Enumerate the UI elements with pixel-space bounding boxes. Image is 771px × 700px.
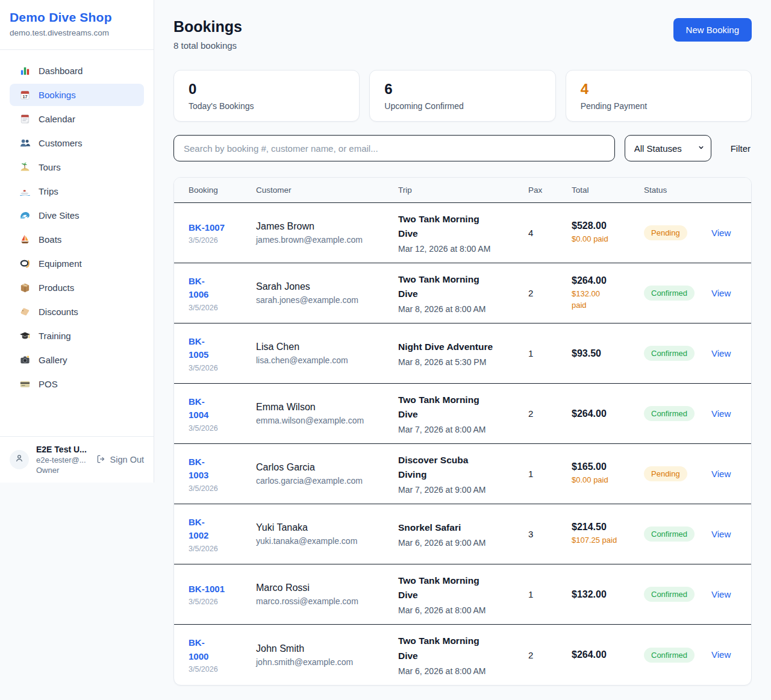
customer-name: Carlos Garcia — [256, 462, 389, 473]
total-cell: $528.00$0.00 paid — [572, 220, 644, 245]
view-cell: View — [711, 469, 737, 480]
trip-name: Night Dive Adventure — [398, 340, 519, 354]
trip-name-line: Two Tank Morning — [398, 573, 519, 588]
booking-id-link[interactable]: BK-1004 — [189, 395, 246, 422]
view-link[interactable]: View — [711, 469, 731, 479]
sidebar-item-label: Trips — [39, 186, 58, 196]
amount-paid: $0.00 paid — [572, 475, 634, 486]
stat-value: 6 — [384, 81, 540, 98]
sidebar: Demo Dive Shop demo.test.divestreams.com… — [0, 0, 154, 483]
status-cell: Confirmed — [644, 406, 711, 421]
view-link[interactable]: View — [711, 589, 731, 599]
sidebar-item-trips[interactable]: Trips — [10, 180, 144, 202]
user-info: E2E Test U... e2e-tester@... Owner — [36, 445, 89, 475]
sidebar-item-dashboard[interactable]: Dashboard — [10, 60, 144, 82]
sidebar-item-discounts[interactable]: Discounts — [10, 301, 144, 323]
view-link[interactable]: View — [711, 288, 731, 298]
booking-id-link[interactable]: BK-1007 — [189, 221, 246, 235]
sidebar-item-tours[interactable]: Tours — [10, 156, 144, 178]
new-booking-button[interactable]: New Booking — [673, 18, 752, 42]
sidebar-item-products[interactable]: Products — [10, 277, 144, 299]
customer-cell: Yuki Tanakayuki.tanaka@example.com — [256, 522, 398, 546]
status-badge: Pending — [644, 225, 687, 240]
booking-id-link[interactable]: BK-1005 — [189, 335, 246, 362]
shop-name: Demo Dive Shop — [10, 10, 144, 25]
booking-id-link[interactable]: BK-1006 — [189, 275, 246, 302]
view-link[interactable]: View — [711, 649, 731, 660]
trip-name-line: Dive — [398, 649, 519, 663]
sign-out-button[interactable]: Sign Out — [96, 454, 144, 466]
amount-paid-line: $107.25 paid — [572, 535, 634, 546]
status-badge: Confirmed — [644, 648, 695, 663]
trip-cell: Night Dive AdventureMar 8, 2026 at 5:30 … — [398, 340, 528, 367]
total-amount: $165.00 — [572, 461, 634, 472]
total-cell: $165.00$0.00 paid — [572, 461, 644, 486]
view-link[interactable]: View — [711, 529, 731, 539]
booking-id-link[interactable]: BK-1001 — [189, 583, 246, 596]
booking-id-line: BK- — [189, 455, 246, 469]
sidebar-item-calendar[interactable]: Calendar — [10, 108, 144, 130]
trip-datetime: Mar 6, 2026 at 8:00 AM — [398, 605, 519, 615]
sidebar-item-training[interactable]: Training — [10, 325, 144, 347]
sidebar-item-gallery[interactable]: Gallery — [10, 349, 144, 371]
svg-text:17: 17 — [23, 95, 28, 99]
booking-id-line: BK- — [189, 636, 246, 650]
tear-off-calendar-icon — [19, 113, 31, 125]
booking-id-link[interactable]: BK-1000 — [189, 636, 246, 663]
user-name: E2E Test U... — [36, 445, 89, 454]
booking-date: 3/5/2026 — [189, 545, 246, 553]
total-amount: $93.50 — [572, 348, 634, 359]
search-input[interactable] — [173, 135, 615, 161]
total-cell: $93.50 — [572, 348, 644, 359]
total-cell: $132.00 — [572, 589, 644, 600]
view-cell: View — [711, 529, 737, 540]
user-email: e2e-tester@... — [36, 455, 89, 464]
status-cell: Confirmed — [644, 587, 711, 602]
sidebar-item-dive-sites[interactable]: Dive Sites — [10, 204, 144, 227]
total-amount: $214.50 — [572, 522, 634, 533]
stat-card-upcoming-confirmed: 6 Upcoming Confirmed — [369, 70, 555, 122]
amount-paid: $132.00paid — [572, 289, 634, 311]
view-link[interactable]: View — [711, 408, 731, 419]
status-filter-select[interactable]: All Statuses — [625, 135, 711, 161]
trip-datetime: Mar 12, 2026 at 8:00 AM — [398, 244, 519, 254]
trip-name: Two Tank MorningDive — [398, 393, 519, 422]
trip-name-line: Diving — [398, 467, 519, 482]
sidebar-item-customers[interactable]: Customers — [10, 132, 144, 154]
view-link[interactable]: View — [711, 228, 731, 238]
pax-cell: 4 — [528, 228, 572, 238]
customer-email: yuki.tanaka@example.com — [256, 536, 389, 546]
pax-cell: 1 — [528, 348, 572, 358]
total-cell: $264.00$132.00paid — [572, 275, 644, 311]
calendar-number-icon: 17 — [19, 89, 31, 101]
booking-id-link[interactable]: BK-1002 — [189, 516, 246, 543]
view-link[interactable]: View — [711, 348, 731, 358]
trip-name-line: Night Dive Adventure — [398, 340, 519, 354]
trip-cell: Two Tank MorningDiveMar 7, 2026 at 8:00 … — [398, 393, 528, 434]
amount-paid: $107.25 paid — [572, 535, 634, 546]
trip-name-line: Dive — [398, 588, 519, 602]
stat-label: Today's Bookings — [189, 101, 345, 111]
booking-id-line: BK- — [189, 275, 246, 289]
booking-cell: BK-10023/5/2026 — [189, 516, 256, 553]
status-cell: Confirmed — [644, 527, 711, 542]
stat-value: 0 — [189, 81, 345, 98]
customer-email: lisa.chen@example.com — [256, 355, 389, 365]
sidebar-item-pos[interactable]: POS — [10, 373, 144, 395]
sidebar-item-boats[interactable]: Boats — [10, 228, 144, 251]
trip-datetime: Mar 7, 2026 at 8:00 AM — [398, 425, 519, 434]
column-header-status: Status — [644, 186, 711, 195]
status-cell: Pending — [644, 466, 711, 481]
sidebar-item-label: Tours — [39, 162, 61, 172]
sidebar-item-label: Training — [39, 331, 71, 341]
bookings-table: BookingCustomerTripPaxTotalStatus BK-100… — [173, 177, 752, 686]
sidebar-item-label: Gallery — [39, 355, 67, 365]
stat-label: Pending Payment — [581, 101, 737, 111]
filter-button[interactable]: Filter — [731, 143, 751, 154]
sidebar-item-bookings[interactable]: 17Bookings — [10, 84, 144, 106]
speedboat-icon — [19, 186, 31, 197]
sidebar-item-equipment[interactable]: Equipment — [10, 252, 144, 275]
booking-id-link[interactable]: BK-1003 — [189, 455, 246, 483]
booking-id-line: 1004 — [189, 408, 246, 422]
amount-paid: $0.00 paid — [572, 234, 634, 245]
